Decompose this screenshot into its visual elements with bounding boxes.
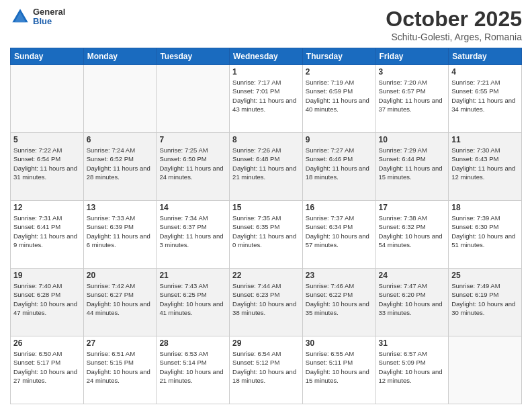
day-info: Sunrise: 7:44 AMSunset: 6:23 PMDaylight:… bbox=[232, 281, 300, 317]
calendar-cell: 24Sunrise: 7:47 AMSunset: 6:20 PMDayligh… bbox=[375, 269, 449, 336]
day-info: Sunrise: 7:29 AMSunset: 6:44 PMDaylight:… bbox=[379, 146, 446, 181]
weekday-header-tuesday: Tuesday bbox=[157, 48, 230, 65]
logo-text: General Blue bbox=[33, 7, 65, 27]
calendar-title: October 2025 bbox=[386, 7, 522, 32]
day-info: Sunrise: 7:47 AMSunset: 6:20 PMDaylight:… bbox=[379, 281, 446, 317]
day-number: 7 bbox=[159, 135, 226, 144]
calendar-cell: 4Sunrise: 7:21 AMSunset: 6:55 PMDaylight… bbox=[449, 65, 522, 133]
day-info: Sunrise: 7:46 AMSunset: 6:22 PMDaylight:… bbox=[306, 281, 373, 317]
day-info: Sunrise: 7:33 AMSunset: 6:39 PMDaylight:… bbox=[87, 214, 154, 249]
weekday-header-monday: Monday bbox=[83, 48, 157, 65]
day-number: 24 bbox=[379, 271, 446, 280]
day-info: Sunrise: 7:24 AMSunset: 6:52 PMDaylight:… bbox=[87, 146, 154, 181]
calendar-cell: 2Sunrise: 7:19 AMSunset: 6:59 PMDaylight… bbox=[302, 65, 375, 133]
calendar-cell: 7Sunrise: 7:25 AMSunset: 6:50 PMDaylight… bbox=[157, 133, 230, 201]
day-number: 5 bbox=[13, 135, 81, 144]
logo-blue: Blue bbox=[33, 17, 65, 26]
calendar-week-row: 1Sunrise: 7:17 AMSunset: 7:01 PMDaylight… bbox=[11, 65, 522, 133]
day-info: Sunrise: 6:57 AMSunset: 5:09 PMDaylight:… bbox=[379, 349, 446, 385]
calendar-cell: 22Sunrise: 7:44 AMSunset: 6:23 PMDayligh… bbox=[230, 269, 303, 336]
day-info: Sunrise: 7:26 AMSunset: 6:48 PMDaylight:… bbox=[232, 146, 300, 181]
day-info: Sunrise: 6:50 AMSunset: 5:17 PMDaylight:… bbox=[13, 349, 81, 385]
logo-icon bbox=[10, 7, 30, 27]
day-number: 4 bbox=[451, 67, 519, 77]
calendar-cell: 14Sunrise: 7:34 AMSunset: 6:37 PMDayligh… bbox=[157, 201, 230, 269]
calendar-cell: 23Sunrise: 7:46 AMSunset: 6:22 PMDayligh… bbox=[302, 269, 375, 336]
day-number: 1 bbox=[232, 67, 300, 77]
day-info: Sunrise: 7:40 AMSunset: 6:28 PMDaylight:… bbox=[13, 281, 81, 317]
day-number: 9 bbox=[306, 135, 373, 144]
header: General Blue October 2025 Schitu-Golesti… bbox=[10, 7, 522, 42]
calendar-cell bbox=[11, 65, 84, 133]
calendar-cell: 30Sunrise: 6:55 AMSunset: 5:11 PMDayligh… bbox=[302, 336, 375, 404]
day-info: Sunrise: 7:43 AMSunset: 6:25 PMDaylight:… bbox=[159, 281, 226, 317]
day-info: Sunrise: 7:17 AMSunset: 7:01 PMDaylight:… bbox=[232, 78, 300, 113]
calendar-cell: 17Sunrise: 7:38 AMSunset: 6:32 PMDayligh… bbox=[375, 201, 449, 269]
day-number: 23 bbox=[306, 271, 373, 280]
calendar-cell: 12Sunrise: 7:31 AMSunset: 6:41 PMDayligh… bbox=[11, 201, 84, 269]
day-number: 27 bbox=[87, 338, 154, 348]
calendar-page: General Blue October 2025 Schitu-Golesti… bbox=[0, 0, 532, 411]
calendar-cell: 1Sunrise: 7:17 AMSunset: 7:01 PMDaylight… bbox=[230, 65, 303, 133]
day-number: 17 bbox=[379, 203, 446, 212]
calendar-cell: 29Sunrise: 6:54 AMSunset: 5:12 PMDayligh… bbox=[230, 336, 303, 404]
weekday-header-thursday: Thursday bbox=[302, 48, 375, 65]
calendar-cell: 10Sunrise: 7:29 AMSunset: 6:44 PMDayligh… bbox=[375, 133, 449, 201]
logo-general: General bbox=[33, 7, 65, 17]
day-number: 8 bbox=[232, 135, 300, 144]
calendar-cell: 11Sunrise: 7:30 AMSunset: 6:43 PMDayligh… bbox=[449, 133, 522, 201]
day-number: 21 bbox=[159, 271, 226, 280]
day-info: Sunrise: 7:27 AMSunset: 6:46 PMDaylight:… bbox=[306, 146, 373, 181]
day-number: 25 bbox=[451, 271, 519, 280]
day-number: 11 bbox=[451, 135, 519, 144]
calendar-cell: 5Sunrise: 7:22 AMSunset: 6:54 PMDaylight… bbox=[11, 133, 84, 201]
day-info: Sunrise: 6:55 AMSunset: 5:11 PMDaylight:… bbox=[306, 349, 373, 385]
calendar-week-row: 5Sunrise: 7:22 AMSunset: 6:54 PMDaylight… bbox=[11, 133, 522, 201]
calendar-table: SundayMondayTuesdayWednesdayThursdayFrid… bbox=[10, 48, 522, 404]
calendar-cell: 18Sunrise: 7:39 AMSunset: 6:30 PMDayligh… bbox=[449, 201, 522, 269]
day-info: Sunrise: 7:34 AMSunset: 6:37 PMDaylight:… bbox=[159, 214, 226, 249]
calendar-cell: 6Sunrise: 7:24 AMSunset: 6:52 PMDaylight… bbox=[83, 133, 157, 201]
weekday-header-sunday: Sunday bbox=[11, 48, 84, 65]
day-info: Sunrise: 6:53 AMSunset: 5:14 PMDaylight:… bbox=[159, 349, 226, 385]
day-number: 6 bbox=[87, 135, 154, 144]
calendar-week-row: 19Sunrise: 7:40 AMSunset: 6:28 PMDayligh… bbox=[11, 269, 522, 336]
calendar-cell bbox=[83, 65, 157, 133]
day-number: 15 bbox=[232, 203, 300, 212]
calendar-cell: 31Sunrise: 6:57 AMSunset: 5:09 PMDayligh… bbox=[375, 336, 449, 404]
calendar-cell: 26Sunrise: 6:50 AMSunset: 5:17 PMDayligh… bbox=[11, 336, 84, 404]
day-number: 2 bbox=[306, 67, 373, 77]
calendar-cell: 28Sunrise: 6:53 AMSunset: 5:14 PMDayligh… bbox=[157, 336, 230, 404]
day-info: Sunrise: 7:38 AMSunset: 6:32 PMDaylight:… bbox=[379, 214, 446, 249]
calendar-cell: 16Sunrise: 7:37 AMSunset: 6:34 PMDayligh… bbox=[302, 201, 375, 269]
day-number: 28 bbox=[159, 338, 226, 348]
weekday-header-friday: Friday bbox=[375, 48, 449, 65]
calendar-cell: 21Sunrise: 7:43 AMSunset: 6:25 PMDayligh… bbox=[157, 269, 230, 336]
calendar-cell: 25Sunrise: 7:49 AMSunset: 6:19 PMDayligh… bbox=[449, 269, 522, 336]
day-info: Sunrise: 7:39 AMSunset: 6:30 PMDaylight:… bbox=[451, 214, 519, 249]
title-block: October 2025 Schitu-Golesti, Arges, Roma… bbox=[386, 7, 522, 42]
day-number: 19 bbox=[13, 271, 81, 280]
calendar-subtitle: Schitu-Golesti, Arges, Romania bbox=[386, 32, 522, 42]
day-number: 29 bbox=[232, 338, 300, 348]
day-info: Sunrise: 7:20 AMSunset: 6:57 PMDaylight:… bbox=[379, 78, 446, 113]
calendar-cell bbox=[449, 336, 522, 404]
calendar-cell: 8Sunrise: 7:26 AMSunset: 6:48 PMDaylight… bbox=[230, 133, 303, 201]
day-number: 22 bbox=[232, 271, 300, 280]
day-info: Sunrise: 6:51 AMSunset: 5:15 PMDaylight:… bbox=[87, 349, 154, 385]
day-info: Sunrise: 7:22 AMSunset: 6:54 PMDaylight:… bbox=[13, 146, 81, 181]
calendar-week-row: 26Sunrise: 6:50 AMSunset: 5:17 PMDayligh… bbox=[11, 336, 522, 404]
day-info: Sunrise: 7:35 AMSunset: 6:35 PMDaylight:… bbox=[232, 214, 300, 249]
day-number: 14 bbox=[159, 203, 226, 212]
day-number: 13 bbox=[87, 203, 154, 212]
day-number: 10 bbox=[379, 135, 446, 144]
calendar-cell: 19Sunrise: 7:40 AMSunset: 6:28 PMDayligh… bbox=[11, 269, 84, 336]
weekday-header-saturday: Saturday bbox=[449, 48, 522, 65]
logo: General Blue bbox=[10, 7, 65, 27]
calendar-cell: 3Sunrise: 7:20 AMSunset: 6:57 PMDaylight… bbox=[375, 65, 449, 133]
calendar-cell: 13Sunrise: 7:33 AMSunset: 6:39 PMDayligh… bbox=[83, 201, 157, 269]
day-number: 18 bbox=[451, 203, 519, 212]
day-number: 31 bbox=[379, 338, 446, 348]
day-number: 16 bbox=[306, 203, 373, 212]
day-number: 20 bbox=[87, 271, 154, 280]
